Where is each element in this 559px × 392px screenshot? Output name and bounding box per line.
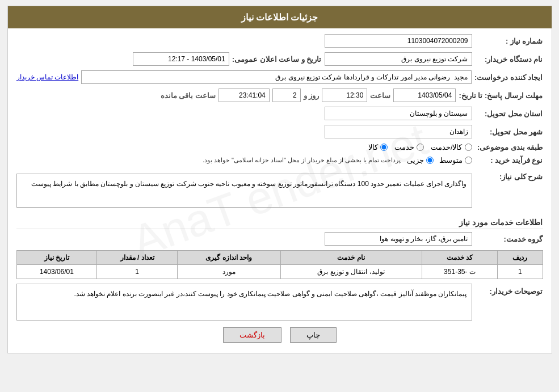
buyer-notes-box: پیمانکاران موظفند آنالیز قیمت ،گواهی صلا…	[16, 284, 472, 321]
main-container: جزئیات اطلاعات نیاز AnaT ender.net شماره…	[7, 6, 552, 353]
proc-radio-group: متوسط جزیی پرداخت تمام یا بخشی از مبلغ خ…	[203, 156, 472, 165]
announce-date-label: تاریخ و ساعت اعلان عمومی:	[232, 55, 322, 64]
city-row: شهر محل تحویل:	[16, 125, 543, 138]
radio-partial-input[interactable]	[426, 157, 434, 164]
back-button[interactable]: بازگشت	[223, 327, 281, 343]
services-section-title: اطلاعات خدمات مورد نیاز	[16, 218, 543, 229]
col-service-code: کد خدمت	[422, 251, 498, 265]
buyer-org-row: نام دستگاه خریدار: تاریخ و ساعت اعلان عم…	[16, 52, 543, 66]
table-cell: 1	[498, 265, 543, 279]
response-deadline-label: مهلت ارسال پاسخ: تا تاریخ:	[459, 91, 543, 100]
col-service-name: نام خدمت	[280, 251, 422, 265]
description-box: واگذاری اجرای عملیات تعمیر حدود 100 دستگ…	[16, 174, 472, 208]
radio-medium-label: متوسط	[439, 156, 463, 165]
response-days-label: روز و	[304, 91, 320, 100]
response-time-input[interactable]	[322, 88, 367, 102]
table-cell: ت -35-351	[422, 265, 498, 279]
col-qty: تعداد / مقدار	[97, 251, 178, 265]
radio-service[interactable]: خدمت	[394, 143, 424, 151]
print-button[interactable]: چاپ	[290, 327, 337, 343]
buyer-org-input[interactable]	[325, 52, 472, 66]
radio-partial-label: جزیی	[407, 156, 424, 165]
radio-goods-input[interactable]	[380, 144, 388, 151]
need-number-input[interactable]	[325, 34, 472, 48]
table-header-row: ردیف کد خدمت نام خدمت واحد اندازه گیری ت…	[16, 251, 543, 265]
province-input[interactable]	[325, 107, 472, 120]
creator-input[interactable]	[81, 70, 472, 84]
category-row: طبقه بندی موضوعی: کالا/خدمت خدمت کالا	[16, 143, 543, 151]
radio-goods-label: کالا	[368, 143, 378, 151]
response-remaining-label: ساعت باقی مانده	[161, 91, 216, 100]
proc-type-row: نوع فرآیند خرید : متوسط جزیی پرداخت تمام…	[16, 156, 543, 165]
radio-goods-service-label: کالا/خدمت	[431, 143, 463, 151]
creator-label: ایجاد کننده درخواست:	[474, 73, 543, 82]
province-row: استان محل تحویل:	[16, 107, 543, 120]
proc-note: پرداخت تمام یا بخشی از مبلغ خریدار از مح…	[203, 157, 401, 164]
service-group-input[interactable]	[325, 232, 472, 246]
services-table: ردیف کد خدمت نام خدمت واحد اندازه گیری ت…	[16, 250, 543, 279]
radio-goods[interactable]: کالا	[368, 143, 388, 151]
province-label: استان محل تحویل:	[475, 109, 543, 118]
category-label: طبقه بندی موضوعی:	[475, 143, 543, 151]
radio-service-label: خدمت	[394, 143, 414, 151]
page-title: جزئیات اطلاعات نیاز	[241, 12, 318, 22]
need-number-label: شماره نیاز :	[475, 37, 543, 45]
buyer-notes-row: توصیحات خریدار: پیمانکاران موظفند آنالیز…	[16, 284, 543, 321]
buyer-org-label: نام دستگاه خریدار:	[475, 55, 543, 64]
col-rownum: ردیف	[498, 251, 543, 265]
response-remaining-input[interactable]	[218, 88, 270, 102]
table-row: 1ت -35-351تولید، انتقال و توزیع برقمورد1…	[16, 265, 543, 279]
table-cell: تولید، انتقال و توزیع برق	[280, 265, 422, 279]
city-input[interactable]	[325, 125, 472, 138]
page-header: جزئیات اطلاعات نیاز	[8, 6, 552, 28]
service-group-label: گروه خدمت:	[475, 235, 543, 243]
description-label: شرح کلی نیاز:	[475, 169, 543, 181]
city-label: شهر محل تحویل:	[475, 128, 543, 136]
service-group-row: گروه خدمت:	[16, 232, 543, 246]
radio-goods-service[interactable]: کالا/خدمت	[431, 143, 472, 151]
content-area: AnaT ender.net شماره نیاز : نام دستگاه خ…	[8, 28, 552, 353]
button-row: چاپ بازگشت	[16, 327, 543, 343]
announce-date-input[interactable]	[133, 52, 229, 66]
radio-partial[interactable]: جزیی	[407, 156, 434, 165]
creator-row: ایجاد کننده درخواست: اطلاعات تماس خریدار	[16, 70, 543, 84]
table-cell: 1	[97, 265, 178, 279]
response-time-label: ساعت	[370, 91, 390, 100]
proc-type-label: نوع فرآیند خرید :	[475, 156, 543, 165]
radio-goods-service-input[interactable]	[465, 144, 472, 151]
radio-medium[interactable]: متوسط	[439, 156, 472, 165]
response-date-input[interactable]	[393, 88, 456, 102]
table-cell: 1403/06/01	[16, 265, 97, 279]
radio-service-input[interactable]	[417, 144, 424, 151]
buyer-notes-label: توصیحات خریدار:	[475, 284, 543, 296]
category-radio-group: کالا/خدمت خدمت کالا	[368, 143, 472, 151]
response-days-input[interactable]	[272, 88, 301, 102]
contact-link[interactable]: اطلاعات تماس خریدار	[16, 73, 79, 81]
radio-medium-input[interactable]	[465, 157, 472, 164]
table-cell: مورد	[178, 265, 281, 279]
col-unit: واحد اندازه گیری	[178, 251, 281, 265]
description-row: شرح کلی نیاز: واگذاری اجرای عملیات تعمیر…	[16, 169, 543, 212]
response-deadline-row: مهلت ارسال پاسخ: تا تاریخ: ساعت روز و سا…	[16, 88, 543, 102]
need-number-row: شماره نیاز :	[16, 34, 543, 48]
col-date: تاریخ نیاز	[16, 251, 97, 265]
